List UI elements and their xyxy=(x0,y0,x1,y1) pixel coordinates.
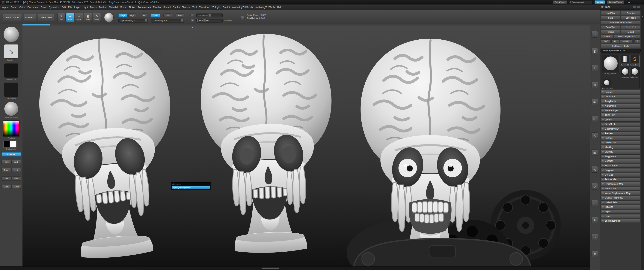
save-next-button[interactable]: Save Next xyxy=(621,16,640,20)
tool-section[interactable]: Geometry HD xyxy=(600,127,641,131)
slider-handle[interactable] xyxy=(181,19,184,22)
tool-palette-header[interactable]: Tool xyxy=(600,5,641,10)
goz-r-button[interactable]: R xyxy=(635,39,640,43)
save-button[interactable]: Save xyxy=(601,16,620,20)
lsym-icon[interactable]: ◇ xyxy=(592,183,598,189)
brush-thumbnail[interactable] xyxy=(4,27,19,42)
lightbox-tools-button[interactable]: Lightbox ▸ Tools xyxy=(601,44,640,48)
tool-thumbnail-simplebrush[interactable]: S xyxy=(630,55,639,64)
scale-icon[interactable]: ▱ xyxy=(592,234,598,240)
save-as-button[interactable]: Save As xyxy=(621,11,640,15)
pen-pressure-icon[interactable]: ✎ xyxy=(190,19,194,22)
slider-handle[interactable] xyxy=(203,19,206,22)
mrgb-button[interactable]: Mrgb xyxy=(118,14,128,18)
popup-item-spotlight-projection[interactable]: Spotlight Projection xyxy=(172,186,210,189)
zcut-button[interactable]: Zcut xyxy=(176,14,184,18)
default-zscript-button[interactable]: DefaultZScript xyxy=(607,0,624,4)
scroll-icon[interactable]: ✛ xyxy=(592,65,598,71)
move-icon[interactable]: ✜ xyxy=(592,217,598,223)
tool-section[interactable]: Surface xyxy=(600,136,641,140)
menu-item[interactable]: Preferences xyxy=(138,6,151,9)
camera-button[interactable]: Back xyxy=(12,160,21,164)
goz-visible-button[interactable]: Visible xyxy=(620,39,632,43)
maximize-button[interactable]: □ xyxy=(632,1,637,4)
lightbox-divider[interactable] xyxy=(22,24,50,26)
live-boolean-button[interactable]: Live Boolean xyxy=(38,14,54,21)
tool-thumbnail-pm3d-sphere3d[interactable] xyxy=(602,79,611,87)
stroke-thumbnail[interactable]: ↘ xyxy=(4,44,18,59)
menu-item[interactable]: File xyxy=(68,6,72,9)
rgb-button[interactable]: Rgb xyxy=(128,14,136,18)
import-tool-button[interactable]: Import xyxy=(601,30,620,34)
tool-section[interactable]: Initialize xyxy=(600,205,641,209)
m-button[interactable]: M xyxy=(141,14,147,18)
tool-section[interactable]: Thick Skin xyxy=(600,113,641,117)
tool-section[interactable]: Polygroups xyxy=(600,154,641,158)
bpr-render-icon[interactable]: ◑ xyxy=(592,31,598,38)
paste-tool-button[interactable]: Paste Tool xyxy=(621,25,640,29)
rgb-intensity-slider[interactable]: Rgb Intensity 100 xyxy=(118,19,148,23)
menu-item[interactable]: Color xyxy=(19,6,25,9)
tool-inventory-scrollbar[interactable] xyxy=(639,55,640,88)
export-tool-button[interactable]: Export xyxy=(621,30,640,34)
tool-section[interactable]: FiberMesh xyxy=(600,122,641,126)
texture-thumbnail[interactable] xyxy=(4,83,18,97)
tool-section[interactable]: Masking xyxy=(600,145,641,149)
tool-section[interactable]: Geometry xyxy=(600,95,641,99)
current-tool-bar[interactable]: PM3D_Sphere3D_1 . 49 xyxy=(600,49,641,53)
tool-section[interactable]: Unified Skin xyxy=(600,200,641,204)
menu-item[interactable]: Edit xyxy=(62,6,66,9)
palette-menu-icon[interactable] xyxy=(637,6,640,8)
see-through-slider[interactable]: See-through 0 xyxy=(569,1,592,4)
tool-thumbnail-sphere3d-1[interactable] xyxy=(630,67,639,76)
menu-item[interactable]: Movie xyxy=(120,6,126,9)
copy-tool-button[interactable]: Copy Tool xyxy=(601,25,620,29)
menu-item[interactable]: Layer xyxy=(74,6,80,9)
palette-dock-icon[interactable] xyxy=(633,6,636,8)
color-picker-cursor[interactable] xyxy=(4,122,6,123)
camera-button[interactable]: Top xyxy=(2,176,11,180)
tool-section[interactable]: ZnekingZPlugin xyxy=(600,219,641,223)
tool-section[interactable]: Morph Target xyxy=(600,164,641,168)
tool-section[interactable]: Import xyxy=(600,210,641,213)
zoom-icon[interactable]: ⊕ xyxy=(592,82,598,88)
render-mode-icon[interactable]: ◧ xyxy=(592,48,598,54)
persp-icon[interactable]: △ xyxy=(592,132,598,139)
mode-button[interactable]: ✒ Draw xyxy=(66,13,74,22)
focal-shift-slider[interactable]: Focal Shift 0 xyxy=(196,14,222,18)
alternate-button[interactable]: Alternate xyxy=(2,152,21,156)
menus-toggle[interactable]: Menus xyxy=(594,0,605,4)
aa-half-icon[interactable]: ◫ xyxy=(592,116,598,122)
tool-section[interactable]: Slime Bridge xyxy=(600,108,641,112)
tool-section[interactable]: Vector Displacement Map xyxy=(600,191,641,195)
menu-item[interactable]: Transform xyxy=(199,6,210,9)
camera-button[interactable]: Cust1 xyxy=(2,185,11,189)
floor-grid-icon[interactable]: ▦ xyxy=(592,149,598,156)
tool-section[interactable]: Subtool xyxy=(600,90,641,94)
switch-color-label[interactable]: SwitchColor xyxy=(0,148,22,150)
tool-section[interactable]: Export xyxy=(600,214,641,218)
close-button[interactable]: × xyxy=(638,1,642,4)
tool-section[interactable]: UV Map xyxy=(600,173,641,177)
local-transform-icon[interactable]: ◎ xyxy=(592,166,598,173)
make-polymesh3d-button[interactable]: Make PolyMesh3D xyxy=(614,35,640,39)
main-color-swatch[interactable] xyxy=(3,141,10,147)
camera-button[interactable]: Botm xyxy=(12,176,21,180)
gradient-label[interactable]: Gradient xyxy=(0,137,22,139)
minimize-button[interactable]: – xyxy=(626,1,632,4)
tool-section[interactable]: Layers xyxy=(600,118,641,122)
tool-section[interactable]: Preview xyxy=(600,132,641,135)
menu-item[interactable]: Document xyxy=(27,6,38,9)
tool-section[interactable]: Deformation xyxy=(600,141,641,145)
quicksave-button[interactable]: QuickSave xyxy=(553,0,567,4)
scrollbar-handle[interactable] xyxy=(639,55,640,67)
rotate-icon[interactable]: ↻ xyxy=(592,251,598,257)
clone-button[interactable]: Clone xyxy=(601,35,613,39)
menu-item[interactable]: renderingZUITools xyxy=(255,6,275,9)
tool-section[interactable]: Displacement Map xyxy=(600,182,641,186)
frame-icon[interactable]: ▭ xyxy=(592,200,598,206)
tool-section[interactable]: Normal Map xyxy=(600,187,641,191)
material-thumbnail[interactable] xyxy=(104,13,114,22)
menu-item[interactable]: renderingZUIBrush xyxy=(232,6,253,9)
menu-item[interactable]: Tool xyxy=(192,6,197,9)
